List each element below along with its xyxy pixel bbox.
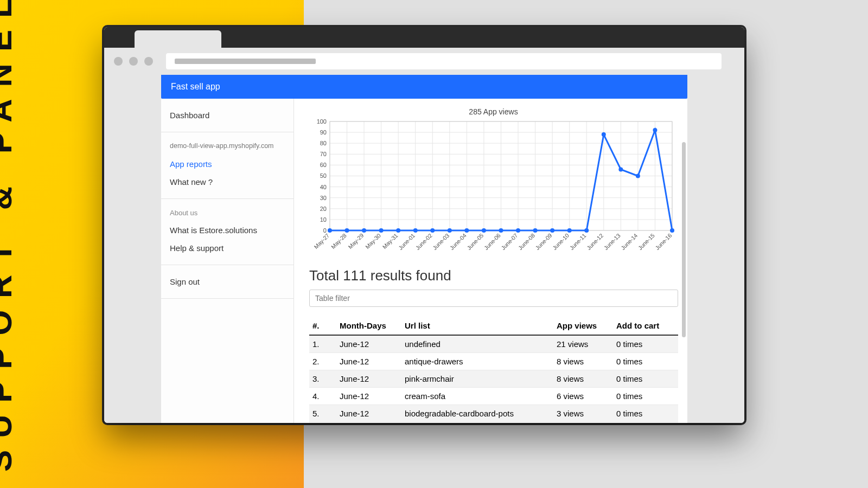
sidebar: Dashboard demo-full-view-app.myshopify.c…	[161, 99, 294, 423]
svg-point-70	[413, 228, 418, 233]
table-row[interactable]: 3.June-12pink-armchair8 views0 times	[309, 370, 678, 388]
svg-point-75	[499, 228, 503, 233]
sidebar-item-dashboard[interactable]: Dashboard	[170, 106, 285, 124]
svg-text:June-12: June-12	[586, 233, 605, 252]
svg-point-76	[516, 228, 520, 233]
table-cell-views: 3 views	[553, 405, 613, 422]
main-panel: 285 App views 0102030405060708090100May-…	[294, 99, 687, 423]
col-header-idx[interactable]: #.	[309, 317, 336, 335]
svg-text:June-13: June-13	[603, 233, 622, 252]
table-cell-cart: 0 times	[613, 388, 678, 405]
results-heading: Total 111 results found	[309, 267, 678, 284]
browser-mockup: Fast sell app Dashboard demo-full-view-a…	[104, 27, 744, 423]
sidebar-item-help[interactable]: Help & support	[170, 239, 285, 257]
sidebar-item-app-reports[interactable]: App reports	[170, 155, 285, 173]
svg-point-65	[328, 228, 332, 233]
table-row[interactable]: 2.June-12antique-drawers8 views0 times	[309, 353, 678, 370]
table-cell-day: June-12	[336, 370, 401, 388]
app-views-chart: 0102030405060708090100May-27May-28May-29…	[309, 118, 678, 256]
svg-text:60: 60	[320, 162, 327, 168]
sidebar-item-what-new[interactable]: What new ?	[170, 173, 285, 191]
svg-point-74	[482, 228, 486, 233]
svg-text:20: 20	[320, 206, 327, 212]
svg-point-68	[379, 228, 384, 233]
col-header-day[interactable]: Month-Days	[336, 317, 401, 335]
svg-text:June-15: June-15	[637, 233, 656, 252]
svg-text:50: 50	[320, 172, 327, 179]
table-row[interactable]: 1.June-12undefined21 views0 times	[309, 335, 678, 353]
svg-point-82	[618, 167, 623, 171]
svg-text:30: 30	[320, 195, 327, 201]
svg-text:June-10: June-10	[552, 233, 571, 252]
svg-point-83	[636, 174, 640, 178]
table-cell-idx: 1.	[309, 335, 336, 353]
svg-text:May-30: May-30	[365, 233, 382, 251]
table-cell-url: antique-drawers	[401, 353, 553, 370]
table-cell-views: 8 views	[553, 370, 613, 388]
url-bar[interactable]	[166, 53, 722, 69]
svg-point-69	[396, 228, 400, 233]
col-header-views[interactable]: App views	[553, 317, 613, 335]
svg-text:June-09: June-09	[534, 233, 553, 252]
sidebar-shop-domain: demo-full-view-app.myshopify.com	[170, 140, 285, 155]
table-cell-day: June-12	[336, 388, 401, 405]
svg-point-72	[448, 228, 452, 233]
svg-text:June-11: June-11	[569, 233, 588, 252]
chart-title: 285 App views	[309, 107, 678, 116]
table-cell-url: cream-sofa	[401, 388, 553, 405]
svg-text:May-28: May-28	[330, 233, 348, 251]
sidebar-item-sign-out[interactable]: Sign out	[170, 273, 285, 291]
browser-viewport: Fast sell app Dashboard demo-full-view-a…	[104, 75, 744, 423]
table-cell-url: pink-armchair	[401, 370, 553, 388]
table-cell-idx: 2.	[309, 353, 336, 370]
svg-text:10: 10	[320, 216, 327, 223]
table-cell-idx: 3.	[309, 370, 336, 388]
svg-point-73	[464, 228, 469, 233]
svg-text:June-02: June-02	[414, 233, 433, 252]
table-cell-cart: 0 times	[613, 370, 678, 388]
svg-point-80	[584, 228, 589, 233]
table-cell-cart: 0 times	[613, 405, 678, 422]
table-cell-views: 8 views	[553, 353, 613, 370]
svg-text:June-06: June-06	[483, 233, 502, 252]
table-row[interactable]: 4.June-12cream-sofa6 views0 times	[309, 388, 678, 405]
browser-tab[interactable]	[135, 30, 221, 48]
table-cell-cart: 0 times	[613, 335, 678, 353]
svg-text:May-31: May-31	[381, 233, 399, 251]
svg-point-85	[670, 228, 674, 233]
svg-text:June-16: June-16	[654, 233, 673, 252]
table-cell-day: June-12	[336, 405, 401, 422]
url-placeholder	[175, 59, 316, 64]
col-header-url[interactable]: Url list	[401, 317, 553, 335]
svg-text:June-01: June-01	[398, 233, 417, 252]
svg-text:May-29: May-29	[347, 233, 365, 251]
svg-point-81	[602, 132, 606, 137]
table-filter-input[interactable]	[309, 290, 678, 307]
svg-text:100: 100	[317, 118, 327, 125]
table-cell-day: June-12	[336, 353, 401, 370]
table-cell-url: biodegradable-cardboard-pots	[401, 405, 553, 422]
svg-text:40: 40	[320, 184, 327, 190]
svg-point-84	[653, 128, 657, 132]
svg-text:June-04: June-04	[449, 233, 468, 252]
svg-text:June-07: June-07	[500, 233, 519, 252]
table-cell-cart: 0 times	[613, 353, 678, 370]
col-header-cart[interactable]: Add to cart	[613, 317, 678, 335]
promo-side-label: SUPPORT & PANEL	[0, 0, 19, 472]
browser-toolbar	[104, 48, 744, 75]
svg-point-67	[362, 228, 366, 233]
table-cell-idx: 5.	[309, 405, 336, 422]
table-row[interactable]: 5.June-12biodegradable-cardboard-pots3 v…	[309, 405, 678, 422]
table-cell-idx: 4.	[309, 388, 336, 405]
window-dot	[129, 57, 138, 66]
svg-text:June-05: June-05	[466, 233, 485, 252]
svg-text:70: 70	[320, 151, 327, 157]
app-title: Fast sell app	[171, 82, 220, 92]
sidebar-item-what-is[interactable]: What is Estore.solutions	[170, 221, 285, 239]
svg-point-77	[533, 228, 538, 233]
scrollbar[interactable]	[682, 142, 686, 337]
window-dot	[144, 57, 153, 66]
table-cell-day: June-12	[336, 335, 401, 353]
browser-tabbar	[104, 27, 744, 48]
svg-point-78	[550, 228, 554, 233]
